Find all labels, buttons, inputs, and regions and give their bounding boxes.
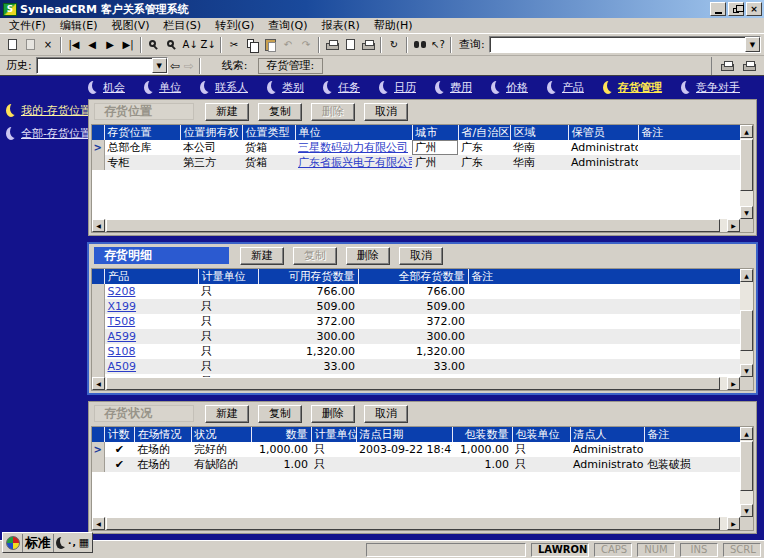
column-header[interactable]: 备注 bbox=[644, 427, 740, 442]
tab-item[interactable]: 日历 bbox=[379, 80, 416, 95]
redo-icon[interactable]: ↷ bbox=[297, 36, 315, 54]
new-button[interactable]: 新建 bbox=[205, 103, 249, 121]
copy-button[interactable]: 复制 bbox=[293, 247, 337, 265]
cancel-button[interactable]: 取消 bbox=[364, 103, 408, 121]
copy-button[interactable]: 复制 bbox=[258, 103, 302, 121]
menu-item[interactable]: 转到(G) bbox=[210, 18, 259, 33]
menu-item[interactable]: 报表(R) bbox=[317, 18, 365, 33]
column-header[interactable]: 清点日期 bbox=[356, 427, 452, 442]
sidebar-item[interactable]: 我的-存货位置 bbox=[6, 103, 91, 118]
table-row[interactable]: S108只1,320.001,320.00 bbox=[92, 344, 740, 359]
cancel-button[interactable]: 取消 bbox=[399, 247, 443, 265]
cell[interactable]: 只 bbox=[198, 359, 258, 374]
cell[interactable]: 在场的 bbox=[134, 442, 191, 457]
cell[interactable] bbox=[468, 359, 740, 374]
record-selector[interactable] bbox=[92, 329, 104, 344]
tab-item[interactable]: 机会 bbox=[88, 80, 125, 95]
column-header[interactable]: 计量单位 bbox=[311, 427, 356, 442]
table-row[interactable]: X199只509.00509.00 bbox=[92, 299, 740, 314]
cell[interactable]: 三星数码动力有限公司 bbox=[295, 140, 412, 155]
menu-item[interactable]: 视图(V) bbox=[106, 18, 154, 33]
column-header[interactable]: 备注 bbox=[638, 125, 740, 140]
h-scrollbar-thumb[interactable] bbox=[106, 377, 720, 390]
cell[interactable]: S208 bbox=[104, 284, 198, 299]
cell[interactable]: 372.00 bbox=[258, 314, 358, 329]
cell[interactable]: 509.00 bbox=[258, 299, 358, 314]
h-scrollbar-thumb[interactable] bbox=[106, 219, 720, 232]
scroll-left-icon[interactable]: ◀ bbox=[92, 377, 105, 390]
undo-icon[interactable]: ↶ bbox=[279, 36, 297, 54]
scroll-left-icon[interactable]: ◀ bbox=[92, 517, 105, 530]
scroll-right-icon[interactable]: ▶ bbox=[727, 377, 740, 390]
menu-item[interactable]: 文件(F) bbox=[4, 18, 51, 33]
column-header[interactable]: 计量单位 bbox=[198, 269, 258, 284]
ime-mode-button[interactable]: 标准 bbox=[22, 534, 54, 552]
print-list-icon[interactable] bbox=[740, 57, 758, 75]
cell[interactable]: 1.00 bbox=[452, 457, 512, 472]
find-icon[interactable] bbox=[145, 36, 163, 54]
punctuation-icon[interactable]: ·, bbox=[68, 538, 77, 548]
paste-icon[interactable] bbox=[261, 36, 279, 54]
chevron-down-icon[interactable]: ▼ bbox=[745, 37, 760, 52]
cell[interactable]: S108 bbox=[104, 344, 198, 359]
history-input[interactable] bbox=[37, 59, 152, 72]
delete-button[interactable]: 删除 bbox=[346, 247, 390, 265]
column-header[interactable]: 位置类型 bbox=[242, 125, 295, 140]
cell[interactable]: 2003-09-22 18:47 bbox=[356, 442, 452, 457]
cell[interactable]: Administrator bbox=[568, 155, 638, 170]
table-row[interactable]: >✔在场的完好的1,000.00只2003-09-22 18:471,000.0… bbox=[92, 442, 740, 457]
column-header[interactable]: 在场情况 bbox=[134, 427, 191, 442]
record-selector[interactable] bbox=[92, 314, 104, 329]
new-button[interactable]: 新建 bbox=[205, 405, 249, 423]
tab-item[interactable]: 联系人 bbox=[200, 80, 248, 95]
tab-item[interactable]: 产品 bbox=[547, 80, 584, 95]
column-header[interactable]: 位置拥有权 bbox=[180, 125, 242, 140]
cell[interactable]: 总部仓库 bbox=[104, 140, 180, 155]
horizontal-scrollbar[interactable]: ◀ ▶ bbox=[92, 517, 740, 530]
cell[interactable]: 372.00 bbox=[358, 314, 468, 329]
column-header[interactable]: 保管员 bbox=[568, 125, 638, 140]
table-row[interactable]: T508只372.00372.00 bbox=[92, 314, 740, 329]
cell[interactable]: 只 bbox=[198, 314, 258, 329]
record-selector[interactable] bbox=[92, 299, 104, 314]
cell[interactable] bbox=[468, 284, 740, 299]
cell[interactable]: 300.00 bbox=[358, 329, 468, 344]
column-header[interactable]: 包装单位 bbox=[512, 427, 570, 442]
cell[interactable]: 33.00 bbox=[258, 359, 358, 374]
column-header[interactable]: 可用存货数量 bbox=[258, 269, 358, 284]
cell[interactable]: 只 bbox=[512, 457, 570, 472]
help-pointer-icon[interactable]: ↖? bbox=[429, 36, 447, 54]
vertical-scrollbar[interactable]: ▲ ▼ bbox=[740, 269, 753, 377]
table-row[interactable]: S208只766.00766.00 bbox=[92, 284, 740, 299]
column-header[interactable]: 城市 bbox=[412, 125, 458, 140]
cell[interactable]: 766.00 bbox=[358, 284, 468, 299]
cancel-button[interactable]: 取消 bbox=[364, 405, 408, 423]
cell[interactable] bbox=[644, 442, 740, 457]
column-header[interactable]: 备注 bbox=[468, 269, 740, 284]
column-header[interactable]: 清点人 bbox=[570, 427, 644, 442]
cell[interactable] bbox=[638, 140, 740, 155]
copy-icon[interactable] bbox=[243, 36, 261, 54]
previous-record-icon[interactable]: ◀ bbox=[83, 36, 101, 54]
cell[interactable]: 第三方 bbox=[180, 155, 242, 170]
cut-icon[interactable]: ✂ bbox=[225, 36, 243, 54]
cell[interactable]: 1,000.00 bbox=[452, 442, 512, 457]
cell[interactable] bbox=[468, 299, 740, 314]
delete-button[interactable]: 删除 bbox=[311, 103, 355, 121]
record-selector[interactable]: > bbox=[92, 140, 104, 155]
record-selector[interactable] bbox=[92, 359, 104, 374]
column-header[interactable]: 产品 bbox=[104, 269, 198, 284]
scroll-down-icon[interactable]: ▼ bbox=[740, 504, 753, 517]
product-link[interactable]: X199 bbox=[108, 300, 137, 313]
record-selector[interactable]: > bbox=[92, 442, 104, 457]
new-button[interactable]: 新建 bbox=[240, 247, 284, 265]
cell[interactable]: A509 bbox=[104, 359, 198, 374]
column-header[interactable]: 包装数量 bbox=[452, 427, 512, 442]
cell[interactable]: 广州 bbox=[412, 155, 458, 170]
cell[interactable]: 包装破损 bbox=[644, 457, 740, 472]
cell[interactable]: 只 bbox=[198, 344, 258, 359]
scroll-down-icon[interactable]: ▼ bbox=[740, 206, 753, 219]
export-page-icon[interactable] bbox=[341, 36, 359, 54]
vertical-scrollbar[interactable]: ▲ ▼ bbox=[740, 125, 753, 219]
cell[interactable] bbox=[468, 314, 740, 329]
